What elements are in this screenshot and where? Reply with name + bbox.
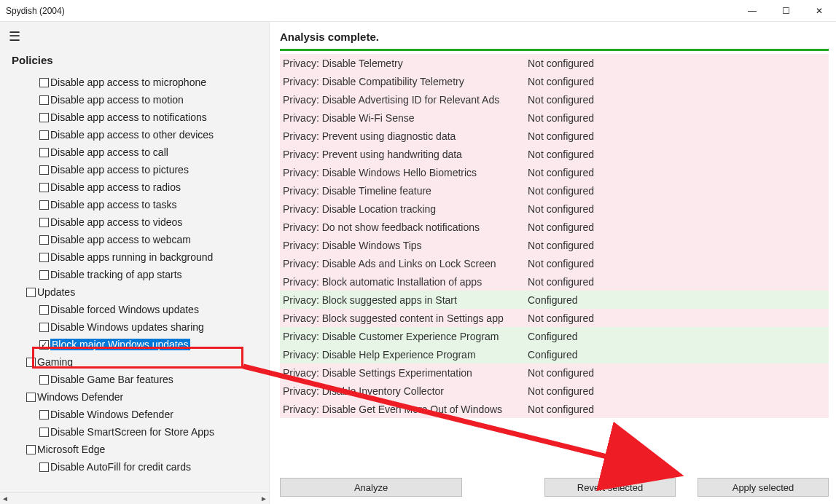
result-row[interactable]: Privacy: Disable Location trackingNot co… [280, 200, 829, 218]
policy-item[interactable]: Block major Windows updates [0, 336, 262, 353]
result-row[interactable]: Privacy: Do not show feedback notificati… [280, 218, 829, 236]
policy-item[interactable]: Disable apps running in background [0, 248, 262, 266]
results-list[interactable]: Privacy: Disable TelemetryNot configured… [280, 54, 829, 465]
checkbox[interactable] [39, 428, 49, 437]
checkbox[interactable] [39, 95, 49, 105]
policy-label: Disable SmartScreen for Store Apps [50, 426, 214, 438]
checkbox[interactable] [39, 165, 49, 175]
policy-label: Disable app access to tasks [50, 199, 177, 210]
result-row[interactable]: Privacy: Disable Timeline featureNot con… [280, 181, 829, 200]
checkbox[interactable] [26, 393, 36, 402]
result-row[interactable]: Privacy: Disable TelemetryNot configured [280, 54, 829, 72]
policy-item[interactable]: Disable app access to webcam [0, 231, 262, 248]
analyze-button[interactable]: Analyze [280, 478, 462, 497]
hamburger-menu-button[interactable]: ☰ [0, 22, 29, 51]
result-row[interactable]: Privacy: Disable Advertising ID for Rele… [280, 90, 829, 109]
policy-label: Disable tracking of app starts [50, 269, 182, 280]
policy-label: Disable Game Bar features [50, 374, 173, 385]
result-status: Not configured [528, 403, 594, 415]
policy-label: Disable app access to videos [50, 216, 182, 228]
checkbox[interactable] [39, 323, 49, 332]
policy-item[interactable]: Disable app access to microphone [0, 74, 262, 91]
result-row[interactable]: Privacy: Disable Compatibility Telemetry… [280, 72, 829, 90]
checkbox[interactable] [39, 410, 49, 420]
result-row[interactable]: Privacy: Disable Get Even More Out of Wi… [280, 400, 829, 418]
policy-item[interactable]: Disable app access to radios [0, 178, 262, 196]
policies-list[interactable]: Disable app access to microphoneDisable … [0, 74, 269, 492]
result-status: Configured [528, 349, 578, 361]
policy-item[interactable]: Disable app access to other devices [0, 126, 262, 143]
result-row[interactable]: Privacy: Disable Ads and Links on Lock S… [280, 254, 829, 272]
policy-item[interactable]: Disable app access to notifications [0, 109, 262, 126]
policy-item[interactable]: Disable app access to call [0, 143, 262, 161]
checkbox[interactable] [26, 358, 36, 367]
policy-item[interactable]: Disable app access to tasks [0, 196, 262, 213]
result-row[interactable]: Privacy: Disable Inventory CollectorNot … [280, 382, 829, 400]
checkbox[interactable] [39, 218, 49, 227]
checkbox[interactable] [39, 78, 49, 87]
result-name: Privacy: Disable Get Even More Out of Wi… [280, 403, 528, 415]
policies-heading: Policies [0, 51, 269, 74]
result-status: Not configured [528, 76, 594, 87]
policy-label: Block major Windows updates [50, 339, 190, 350]
checkbox[interactable] [39, 130, 49, 140]
window-title: Spydish (2004) [6, 6, 65, 16]
policy-group[interactable]: Gaming [0, 353, 262, 371]
policy-item[interactable]: Disable forced Windows updates [0, 301, 262, 318]
result-name: Privacy: Disable Telemetry [280, 58, 528, 69]
minimize-button[interactable]: — [735, 0, 769, 22]
close-button[interactable]: ✕ [802, 0, 836, 22]
result-row[interactable]: Privacy: Disable Settings Experimentatio… [280, 363, 829, 382]
result-row[interactable]: Privacy: Prevent using handwriting dataN… [280, 145, 829, 163]
checkbox[interactable] [39, 113, 49, 122]
policy-item[interactable]: Disable AutoFill for credit cards [0, 458, 262, 476]
policy-item[interactable]: Disable app access to pictures [0, 161, 262, 178]
checkbox[interactable] [39, 375, 49, 385]
checkbox[interactable] [39, 340, 49, 350]
checkbox[interactable] [26, 288, 36, 297]
policy-label: Updates [37, 286, 75, 298]
content-pane: Analysis complete. Privacy: Disable Tele… [270, 22, 836, 504]
result-row[interactable]: Privacy: Disable Help Experience Program… [280, 345, 829, 363]
result-row[interactable]: Privacy: Block suggested content in Sett… [280, 309, 829, 327]
result-name: Privacy: Disable Customer Experience Pro… [280, 331, 528, 342]
policy-item[interactable]: Disable Windows updates sharing [0, 318, 262, 336]
result-row[interactable]: Privacy: Disable Windows TipsNot configu… [280, 236, 829, 254]
result-row[interactable]: Privacy: Disable Customer Experience Pro… [280, 327, 829, 345]
checkbox[interactable] [39, 183, 49, 192]
checkbox[interactable] [39, 200, 49, 210]
policy-item[interactable]: Disable app access to videos [0, 213, 262, 231]
checkbox[interactable] [39, 253, 49, 262]
revert-selected-button[interactable]: Revert selected [544, 478, 676, 497]
policy-item[interactable]: Disable SmartScreen for Store Apps [0, 423, 262, 441]
policy-item[interactable]: Disable Game Bar features [0, 371, 262, 388]
result-row[interactable]: Privacy: Prevent using diagnostic dataNo… [280, 127, 829, 145]
result-status: Not configured [528, 94, 594, 106]
policy-item[interactable]: Disable app access to motion [0, 91, 262, 109]
policy-item[interactable]: Disable tracking of app starts [0, 266, 262, 283]
result-name: Privacy: Disable Wi-Fi Sense [280, 112, 528, 124]
result-name: Privacy: Disable Help Experience Program [280, 349, 528, 361]
checkbox[interactable] [39, 270, 49, 280]
policy-item[interactable]: Disable Windows Defender [0, 406, 262, 423]
policy-label: Disable AutoFill for credit cards [50, 461, 191, 473]
result-row[interactable]: Privacy: Disable Windows Hello Biometric… [280, 163, 829, 181]
result-row[interactable]: Privacy: Block automatic Installation of… [280, 272, 829, 291]
checkbox[interactable] [39, 305, 49, 315]
policy-group[interactable]: Microsoft Edge [0, 441, 262, 458]
result-row[interactable]: Privacy: Disable Wi-Fi SenseNot configur… [280, 109, 829, 127]
horizontal-scrollbar[interactable]: ◄► [0, 492, 269, 504]
checkbox[interactable] [39, 148, 49, 157]
checkbox[interactable] [39, 235, 49, 245]
apply-selected-button[interactable]: Apply selected [698, 478, 829, 497]
analysis-heading: Analysis complete. [280, 31, 829, 43]
checkbox[interactable] [26, 445, 36, 454]
policy-group[interactable]: Windows Defender [0, 388, 262, 406]
checkbox[interactable] [39, 462, 49, 472]
policy-group[interactable]: Updates [0, 283, 262, 301]
result-status: Not configured [528, 240, 594, 251]
policy-label: Disable app access to pictures [50, 164, 189, 176]
result-row[interactable]: Privacy: Block suggested apps in StartCo… [280, 291, 829, 309]
maximize-button[interactable]: ☐ [769, 0, 802, 22]
result-status: Not configured [528, 258, 594, 269]
